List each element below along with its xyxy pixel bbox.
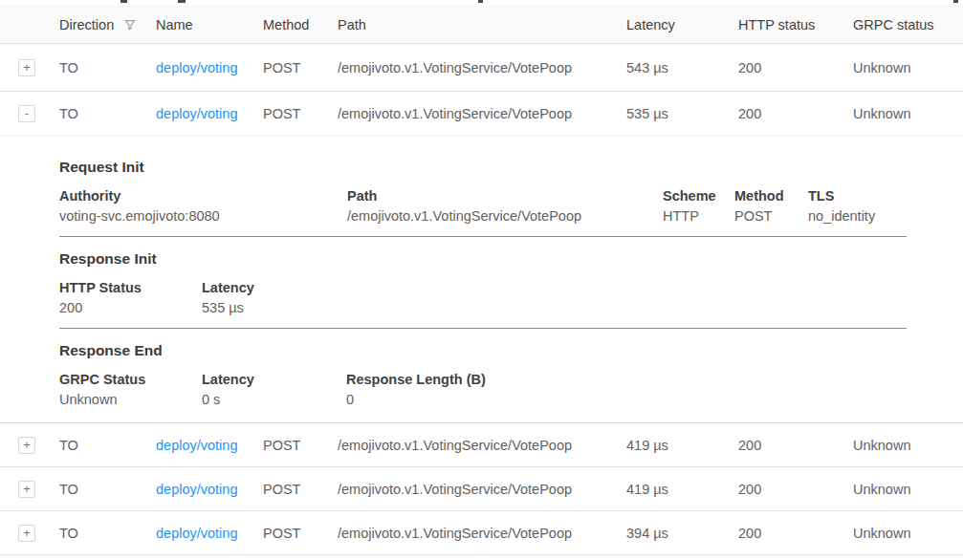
detail-section-response-end: Response End GRPC Status Unknown Latency… [59,342,963,407]
cell-method: POST [263,60,338,75]
cell-http-status: 200 [738,438,853,453]
table-row: + TO deploy/voting POST /emojivoto.v1.Vo… [0,423,963,467]
expand-row-button[interactable]: + [18,59,35,76]
cell-direction: TO [59,60,156,75]
cell-grpc-status: Unknown [853,482,963,497]
cell-http-status: 200 [738,482,853,497]
column-header-method[interactable]: Method [263,17,338,32]
cell-grpc-status: Unknown [853,526,963,541]
column-header-http-status[interactable]: HTTP status [738,17,853,32]
cell-latency: 419 µs [626,482,738,497]
resource-link[interactable]: deploy/voting [156,526,237,541]
cell-method: POST [263,482,338,497]
cell-grpc-status: Unknown [853,106,963,121]
cell-http-status: 200 [738,526,853,541]
cell-http-status: 200 [738,106,853,121]
detail-field-tls: TLS no_identity [808,188,875,224]
detail-field-grpc-status: GRPC Status Unknown [59,372,202,407]
detail-field-latency: Latency 535 µs [202,280,254,315]
table-row: + TO deploy/voting POST /emojivoto.v1.Vo… [0,467,963,511]
section-divider [59,328,907,329]
resource-link[interactable]: deploy/voting [156,482,237,497]
cell-latency: 394 µs [626,526,738,541]
collapse-row-button[interactable]: - [18,105,35,122]
cell-direction: TO [59,482,156,497]
detail-field-response-length: Response Length (B) 0 [346,372,486,407]
cell-direction: TO [59,106,156,121]
section-divider [59,236,907,237]
detail-section-response-init: Response Init HTTP Status 200 Latency 53… [59,250,963,329]
clipped-top-strip [0,0,963,6]
cell-method: POST [263,438,338,453]
cell-path: /emojivoto.v1.VotingService/VotePoop [338,438,626,453]
expand-row-button[interactable]: + [18,437,35,454]
detail-section-request-init: Request Init Authority voting-svc.emojiv… [59,159,963,237]
expand-row-button[interactable]: + [18,481,35,498]
cell-http-status: 200 [738,60,853,75]
cell-path: /emojivoto.v1.VotingService/VotePoop [338,106,626,121]
resource-link[interactable]: deploy/voting [156,60,237,75]
clipped-text-fragment [120,0,127,3]
clipped-text-fragment [478,0,483,3]
resource-link[interactable]: deploy/voting [156,106,237,121]
table-row: + TO deploy/voting POST /emojivoto.v1.Vo… [0,511,963,555]
cell-direction: TO [59,526,156,541]
column-header-direction-label: Direction [59,17,114,32]
cell-method: POST [263,106,338,121]
cell-grpc-status: Unknown [853,438,963,453]
detail-field-scheme: Scheme HTTP [663,188,734,224]
cell-path: /emojivoto.v1.VotingService/VotePoop [338,526,626,541]
detail-field-path: Path /emojivoto.v1.VotingService/VotePoo… [347,188,663,224]
table-row-expanded: - TO deploy/voting POST /emojivoto.v1.Vo… [0,92,963,136]
detail-field-http-status: HTTP Status 200 [59,280,202,315]
table-row: + TO deploy/voting POST /emojivoto.v1.Vo… [0,44,963,92]
cell-direction: TO [59,438,156,453]
detail-field-method: Method POST [734,188,808,224]
cell-latency: 543 µs [626,60,738,75]
table-header-row: Direction Name Method Path Latency HTTP … [0,6,963,44]
cell-path: /emojivoto.v1.VotingService/VotePoop [338,60,626,75]
clipped-text-fragment [953,0,958,3]
column-header-latency[interactable]: Latency [626,17,738,32]
expanded-row-detail: Request Init Authority voting-svc.emojiv… [0,136,963,423]
cell-method: POST [263,526,338,541]
section-title: Response Init [59,250,963,268]
resource-link[interactable]: deploy/voting [156,438,237,453]
cell-path: /emojivoto.v1.VotingService/VotePoop [338,482,626,497]
column-header-direction[interactable]: Direction [59,17,156,32]
section-title: Request Init [59,159,963,176]
column-header-path[interactable]: Path [338,17,626,32]
column-header-grpc-status[interactable]: GRPC status [853,17,963,32]
clipped-text-fragment [178,0,186,3]
cell-latency: 535 µs [626,106,738,121]
section-title: Response End [59,342,963,359]
cell-grpc-status: Unknown [853,60,963,75]
cell-latency: 419 µs [626,438,738,453]
filter-icon[interactable] [123,18,137,32]
detail-field-authority: Authority voting-svc.emojivoto:8080 [59,188,347,224]
detail-field-latency: Latency 0 s [202,372,346,407]
expand-row-button[interactable]: + [18,525,35,542]
column-header-name[interactable]: Name [156,17,263,32]
